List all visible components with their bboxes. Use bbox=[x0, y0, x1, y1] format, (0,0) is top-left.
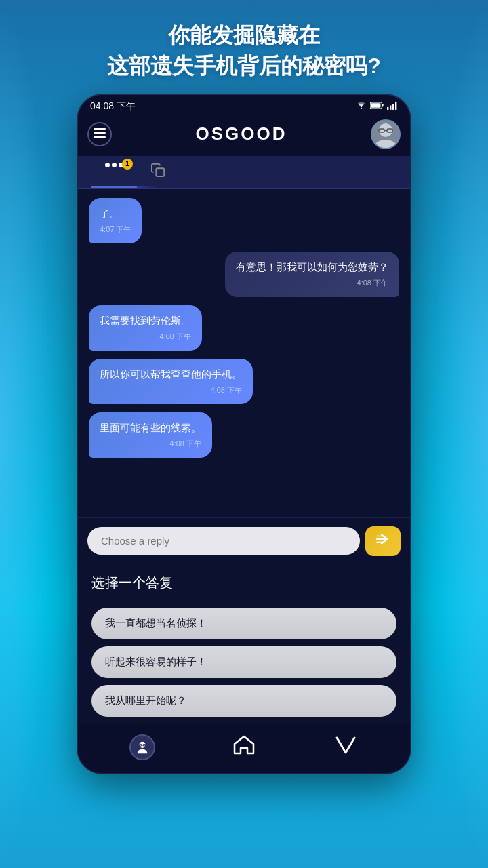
status-icons bbox=[356, 101, 398, 112]
svg-rect-3 bbox=[382, 104, 384, 107]
phone-shell: 04:08 下午 bbox=[78, 95, 410, 773]
v-icon bbox=[336, 736, 356, 758]
battery-icon bbox=[370, 101, 384, 111]
message-4-text: 所以你可以帮我查查他的手机。 bbox=[100, 368, 242, 380]
page-header: 你能发掘隐藏在 这部遗失手机背后的秘密吗? bbox=[66, 0, 422, 95]
message-1-time: 4:07 下午 bbox=[100, 224, 131, 235]
svg-point-0 bbox=[361, 108, 362, 109]
wifi-icon bbox=[356, 101, 367, 111]
option-2[interactable]: 听起来很容易的样子！ bbox=[92, 646, 396, 678]
message-3: 我需要找到劳伦斯。 4:08 下午 bbox=[89, 305, 202, 351]
svg-rect-4 bbox=[387, 106, 388, 109]
send-button[interactable] bbox=[365, 526, 401, 556]
svg-point-23 bbox=[139, 741, 145, 747]
svg-rect-5 bbox=[390, 105, 391, 109]
svg-rect-6 bbox=[392, 104, 394, 110]
chat-area: 了。 4:07 下午 有意思！那我可以如何为您效劳？ 4:08 下午 我需要找到… bbox=[78, 189, 410, 517]
home-icon bbox=[232, 734, 256, 760]
option-3[interactable]: 我从哪里开始呢？ bbox=[92, 685, 396, 717]
svg-rect-7 bbox=[395, 101, 396, 109]
app-title: OSGOOD bbox=[195, 123, 287, 144]
header-line1: 你能发掘隐藏在 bbox=[168, 23, 320, 47]
menu-button[interactable] bbox=[87, 122, 112, 146]
nav-avatar-icon bbox=[129, 734, 155, 760]
menu-icon bbox=[94, 128, 106, 140]
tab-copy[interactable] bbox=[137, 156, 179, 188]
message-2-text: 有意思！那我可以如何为您效劳？ bbox=[236, 261, 388, 273]
status-bar: 04:08 下午 bbox=[78, 95, 410, 115]
app-header: OSGOOD bbox=[78, 115, 410, 156]
tab-bar: 1 bbox=[78, 156, 410, 189]
message-2-time: 4:08 下午 bbox=[236, 277, 388, 289]
option-1[interactable]: 我一直都想当名侦探！ bbox=[92, 608, 396, 639]
message-4: 所以你可以帮我查查他的手机。 4:08 下午 bbox=[89, 359, 253, 404]
message-3-time: 4:08 下午 bbox=[100, 331, 191, 342]
reply-area bbox=[78, 517, 410, 564]
tab-messages[interactable]: 1 bbox=[92, 156, 137, 188]
message-badge: 1 bbox=[122, 159, 133, 170]
nav-v[interactable] bbox=[329, 732, 363, 762]
header-line2: 这部遗失手机背后的秘密吗? bbox=[107, 54, 381, 78]
svg-rect-8 bbox=[94, 128, 106, 130]
message-dots-icon bbox=[105, 163, 123, 167]
send-icon bbox=[375, 533, 390, 549]
svg-rect-10 bbox=[94, 136, 106, 138]
nav-profile[interactable] bbox=[125, 732, 159, 762]
message-3-text: 我需要找到劳伦斯。 bbox=[100, 315, 191, 326]
svg-rect-9 bbox=[94, 132, 106, 134]
svg-rect-2 bbox=[371, 103, 380, 108]
svg-rect-17 bbox=[156, 168, 164, 176]
message-2: 有意思！那我可以如何为您效劳？ 4:08 下午 bbox=[225, 252, 399, 297]
options-divider bbox=[92, 599, 396, 599]
reply-input[interactable] bbox=[87, 527, 360, 555]
message-4-time: 4:08 下午 bbox=[100, 384, 242, 396]
message-5-time: 4:08 下午 bbox=[100, 438, 201, 450]
message-1: 了。 4:07 下午 bbox=[89, 198, 142, 243]
message-5-text: 里面可能有些的线索。 bbox=[100, 422, 201, 433]
bottom-nav bbox=[78, 724, 410, 773]
options-title: 选择一个答复 bbox=[92, 574, 396, 592]
message-5: 里面可能有些的线索。 4:08 下午 bbox=[89, 412, 212, 458]
signal-icon bbox=[387, 101, 398, 112]
options-area: 选择一个答复 我一直都想当名侦探！ 听起来很容易的样子！ 我从哪里开始呢？ bbox=[78, 564, 410, 724]
user-avatar[interactable] bbox=[371, 119, 401, 149]
status-time: 04:08 下午 bbox=[90, 100, 136, 113]
nav-home[interactable] bbox=[227, 732, 261, 762]
copy-icon bbox=[150, 167, 165, 180]
message-1-text: 了。 bbox=[100, 208, 120, 219]
